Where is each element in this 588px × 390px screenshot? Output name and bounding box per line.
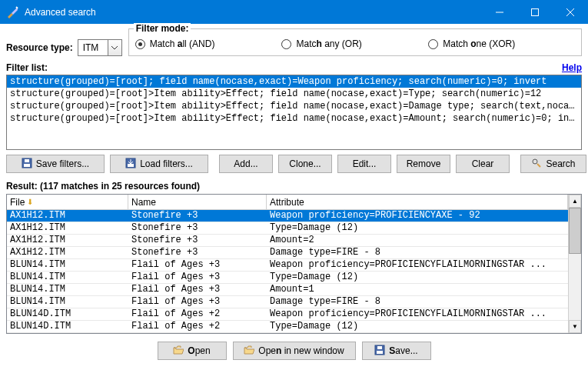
radio-icon — [281, 39, 291, 49]
svg-rect-6 — [25, 159, 29, 162]
cell-attribute: Weapon proficiency=PROFICIENCYFLAILMORNI… — [267, 259, 568, 271]
filter-list-item[interactable]: structure(grouped)=[root]; field name(no… — [7, 75, 581, 88]
resource-type-group: Resource type: ITM — [6, 28, 122, 56]
clone-button[interactable]: Clone... — [278, 155, 332, 173]
save-result-button[interactable]: Save... — [362, 342, 431, 360]
table-row[interactable]: AX1H12.ITMStonefire +3Weapon proficiency… — [7, 210, 568, 222]
result-label: Result: (117 matches in 25 resources fou… — [6, 181, 582, 192]
filter-mode-radio-2[interactable]: Match one (XOR) — [428, 38, 575, 49]
window-title: Advanced search — [25, 7, 482, 18]
result-table: File ⬇ Name Attribute AX1H12.ITMStonefir… — [6, 194, 582, 334]
svg-rect-5 — [24, 164, 30, 167]
cell-file: AX1H12.ITM — [7, 247, 128, 258]
folder-open-icon — [244, 345, 254, 357]
table-row[interactable]: BLUN14D.ITMFlail of Ages +2Type=Damage (… — [7, 321, 568, 333]
cell-file: AX1H12.ITM — [7, 210, 128, 222]
save-filters-button[interactable]: Save filters... — [6, 155, 105, 173]
load-filters-button[interactable]: Load filters... — [110, 155, 208, 173]
titlebar[interactable]: Advanced search — [0, 0, 588, 24]
cell-name: Flail of Ages +2 — [128, 308, 267, 320]
cell-file: BLUN14D.ITM — [7, 321, 128, 332]
vertical-scrollbar[interactable]: ▲ ▼ — [568, 195, 581, 333]
column-header-name[interactable]: Name — [128, 195, 267, 209]
svg-rect-13 — [377, 346, 382, 349]
scroll-track[interactable] — [569, 208, 581, 320]
cell-attribute: Amount=2 — [267, 235, 568, 246]
filter-list-item[interactable]: structure(grouped)=[root]>Item ability>E… — [7, 112, 581, 125]
table-row[interactable]: BLUN14.ITMFlail of Ages +3Type=Damage (1… — [7, 272, 568, 284]
table-row[interactable]: BLUN14.ITMFlail of Ages +3Weapon profici… — [7, 259, 568, 272]
save-icon — [22, 158, 32, 171]
radio-icon — [428, 39, 438, 49]
table-row[interactable]: AX1H12.ITMStonefire +3Amount=2 — [7, 235, 568, 247]
edit-button[interactable]: Edit... — [337, 155, 391, 173]
cell-name: Flail of Ages +3 — [128, 284, 267, 295]
cell-file: BLUN14D.ITM — [7, 308, 128, 320]
scroll-thumb[interactable] — [569, 208, 581, 254]
open-label: Open — [188, 345, 210, 356]
resource-type-label: Resource type: — [6, 42, 73, 53]
cell-name: Stonefire +3 — [128, 222, 267, 234]
svg-line-10 — [537, 164, 540, 167]
cell-name: Flail of Ages +3 — [128, 259, 267, 271]
search-icon — [531, 158, 542, 171]
cell-file: BLUN14.ITM — [7, 284, 128, 295]
add-button[interactable]: Add... — [219, 155, 273, 173]
close-button[interactable] — [553, 0, 588, 24]
scroll-down-button[interactable]: ▼ — [569, 320, 581, 333]
cell-attribute: Weapon proficiency=PROFICIENCYAXE - 92 — [267, 210, 568, 222]
open-new-window-button[interactable]: Open in new window — [233, 342, 356, 360]
app-icon — [6, 6, 18, 18]
window-controls — [482, 0, 588, 24]
minimize-button[interactable] — [482, 0, 517, 24]
cell-name: Stonefire +3 — [128, 210, 267, 222]
open-button[interactable]: Open — [158, 342, 227, 360]
remove-button[interactable]: Remove — [397, 155, 450, 173]
chevron-down-icon[interactable] — [108, 39, 122, 56]
radio-label: Match any (OR) — [296, 38, 361, 49]
svg-point-9 — [533, 159, 537, 164]
column-header-file[interactable]: File ⬇ — [7, 195, 128, 209]
clear-button[interactable]: Clear — [456, 155, 510, 173]
table-row[interactable]: BLUN14D.ITMFlail of Ages +2Weapon profic… — [7, 308, 568, 321]
cell-attribute: Damage type=FIRE - 8 — [267, 296, 568, 308]
cell-attribute: Type=Damage (12) — [267, 321, 568, 332]
help-link[interactable]: Help — [562, 62, 582, 73]
cell-attribute: Damage type=FIRE - 8 — [267, 247, 568, 258]
maximize-button[interactable] — [517, 0, 553, 24]
cell-file: AX1H12.ITM — [7, 235, 128, 246]
filter-list[interactable]: structure(grouped)=[root]; field name(no… — [6, 75, 582, 150]
filter-list-item[interactable]: structure(grouped)=[root]>Item ability>E… — [7, 100, 581, 112]
cell-name: Flail of Ages +2 — [128, 321, 267, 332]
column-header-attribute[interactable]: Attribute — [267, 195, 568, 209]
filter-list-label: Filter list: — [6, 62, 48, 73]
filter-list-item[interactable]: structure(grouped)=[root]>Item ability>E… — [7, 88, 581, 100]
open-new-label: Open in new window — [258, 345, 344, 356]
sort-arrow-icon: ⬇ — [27, 198, 33, 206]
filter-mode-radio-1[interactable]: Match any (OR) — [281, 38, 428, 49]
save-icon — [374, 345, 385, 358]
save-label: Save... — [389, 345, 417, 356]
folder-open-icon — [173, 345, 184, 357]
svg-rect-12 — [377, 351, 383, 354]
cell-name: Flail of Ages +3 — [128, 296, 267, 308]
filter-mode-radio-0[interactable]: Match all (AND) — [135, 38, 282, 49]
cell-attribute: Weapon proficiency=PROFICIENCYFLAILMORNI… — [267, 308, 568, 320]
filter-mode-label: Filter mode: — [134, 23, 191, 34]
resource-type-value: ITM — [78, 39, 108, 56]
radio-icon — [135, 39, 145, 49]
cell-file: BLUN14.ITM — [7, 259, 128, 271]
table-row[interactable]: BLUN14.ITMFlail of Ages +3Amount=1 — [7, 284, 568, 296]
cell-file: BLUN14.ITM — [7, 296, 128, 308]
cell-name: Stonefire +3 — [128, 247, 267, 258]
search-button[interactable]: Search — [520, 155, 586, 173]
resource-type-select[interactable]: ITM — [78, 39, 122, 56]
cell-attribute: Type=Damage (12) — [267, 222, 568, 234]
cell-file: AX1H12.ITM — [7, 222, 128, 234]
table-row[interactable]: AX1H12.ITMStonefire +3Type=Damage (12) — [7, 222, 568, 235]
filter-mode-group: Filter mode: Match all (AND)Match any (O… — [128, 28, 582, 56]
radio-label: Match all (AND) — [150, 38, 215, 49]
scroll-up-button[interactable]: ▲ — [569, 195, 581, 208]
table-row[interactable]: BLUN14.ITMFlail of Ages +3Damage type=FI… — [7, 296, 568, 308]
table-row[interactable]: AX1H12.ITMStonefire +3Damage type=FIRE -… — [7, 247, 568, 259]
